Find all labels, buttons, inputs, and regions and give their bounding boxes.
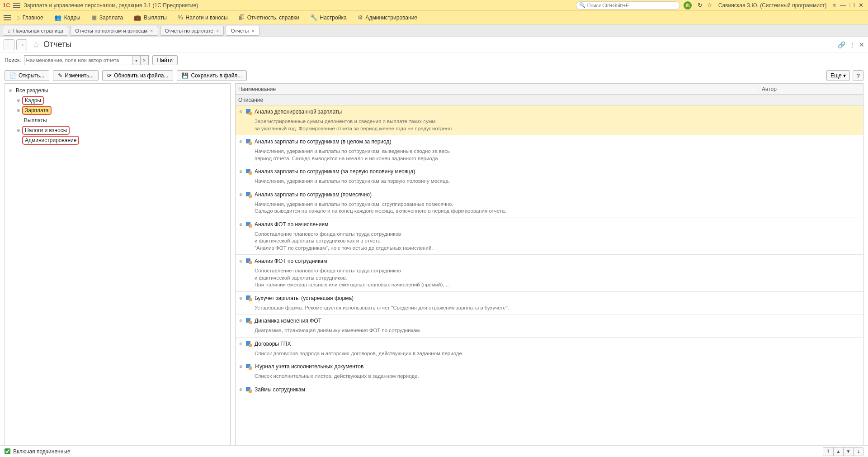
report-icon: [245, 363, 252, 370]
report-row[interactable]: ⊕Анализ ФОТ по сотрудникамСопоставление …: [236, 255, 863, 292]
more-button[interactable]: Еще ▾: [826, 70, 850, 81]
search-clear-button[interactable]: ×: [141, 55, 149, 65]
tab-close-icon[interactable]: ×: [216, 28, 219, 33]
refresh-button[interactable]: ⟳Обновить из файла...: [102, 70, 173, 81]
tree-node-3[interactable]: ⊕Налоги и взносы: [16, 125, 227, 135]
tab-1[interactable]: Отчеты по зарплате×: [160, 26, 224, 36]
expand-icon[interactable]: ⊕: [238, 259, 244, 263]
close-button[interactable]: ✕: [859, 2, 863, 9]
help-button[interactable]: ?: [853, 70, 863, 81]
expand-icon[interactable]: ⊕: [238, 222, 244, 227]
history-icon[interactable]: ↻: [698, 2, 703, 9]
menu-item-3[interactable]: 💼Выплаты: [134, 14, 167, 21]
open-label: Открыть...: [19, 72, 44, 79]
search-dropdown-button[interactable]: ▾: [132, 55, 141, 65]
expand-icon[interactable]: ⊕: [238, 192, 244, 197]
report-row[interactable]: ⊕Анализ зарплаты по сотрудникам (помесяч…: [236, 188, 863, 218]
sections-toggle-icon[interactable]: [4, 15, 11, 20]
tab-close-icon[interactable]: ×: [251, 28, 254, 33]
menu-icon: %: [178, 14, 183, 21]
global-search-input[interactable]: [587, 3, 677, 8]
panel-settings-icon[interactable]: ≡: [832, 2, 836, 9]
expand-icon[interactable]: ⊕: [238, 364, 244, 369]
expand-icon[interactable]: ⊕: [238, 139, 244, 144]
report-row[interactable]: ⊕Анализ зарплаты по сотрудникам (в целом…: [236, 135, 863, 165]
nav-down-button[interactable]: ▼: [843, 447, 853, 456]
report-search-input[interactable]: [24, 55, 132, 65]
maximize-button[interactable]: ❐: [849, 2, 855, 9]
report-row[interactable]: ⊕Анализ депонированной зарплатыЗарегистр…: [236, 105, 863, 135]
tab-home[interactable]: ⌂ Начальная страница: [3, 26, 68, 36]
find-button[interactable]: Найти: [152, 55, 178, 65]
save-button[interactable]: 💾Сохранить в файл...: [177, 70, 247, 81]
col-author[interactable]: Автор: [759, 86, 863, 92]
favorites-icon[interactable]: ☆: [707, 2, 712, 9]
tree-node-1[interactable]: ⊕Зарплата: [16, 105, 227, 115]
tab-label: Отчеты по зарплате: [165, 28, 213, 33]
report-description: Сопоставление планового фонда оплаты тру…: [255, 267, 860, 289]
menu-item-4[interactable]: %Налоги и взносы: [178, 14, 228, 21]
report-row[interactable]: ⊕Договоры ГПХСписок договоров подряда и …: [236, 338, 863, 361]
report-icon: [245, 318, 252, 324]
collapse-icon[interactable]: ⊖: [8, 88, 13, 93]
tab-2[interactable]: Отчеты×: [226, 26, 259, 36]
nav-forward-button[interactable]: →: [16, 39, 27, 50]
page-title: Отчеты: [43, 40, 834, 49]
home-icon: ⌂: [8, 28, 11, 33]
report-row[interactable]: ⊕Анализ ФОТ по начислениямСопоставление …: [236, 218, 863, 255]
expand-icon[interactable]: ⊕: [238, 296, 244, 300]
menu-item-1[interactable]: 👥Кадры: [54, 14, 80, 21]
col-name[interactable]: Наименование: [236, 86, 759, 92]
close-page-icon[interactable]: ✕: [859, 41, 864, 48]
include-subordinate-checkbox[interactable]: [5, 448, 10, 454]
report-row[interactable]: ⊕Бухучет зарплаты (устаревшая форма)Уста…: [236, 292, 863, 315]
minimize-button[interactable]: —: [840, 2, 846, 9]
nav-back-button[interactable]: ←: [4, 39, 14, 50]
report-row[interactable]: ⊕Займы сотрудникам: [236, 383, 863, 397]
edit-button[interactable]: ✎Изменить...: [53, 70, 99, 81]
tree-node-label: Зарплата: [22, 106, 52, 115]
menu-item-6[interactable]: 🔧Настройка: [310, 14, 347, 21]
nav-last-button[interactable]: ⤓: [853, 447, 863, 456]
main-menu-toggle-icon[interactable]: [13, 3, 20, 8]
tree-node-0[interactable]: ⊕Кадры: [16, 95, 227, 105]
menu-item-0[interactable]: ⌂Главное: [16, 14, 43, 21]
menu-label: Главное: [23, 14, 43, 21]
report-row[interactable]: ⊕Журнал учета исполнительных документовС…: [236, 360, 863, 383]
expand-icon[interactable]: ⊕: [238, 109, 244, 114]
notifications-button[interactable]: 🔔: [684, 1, 692, 10]
current-user[interactable]: Савинская З.Ю. (Системный программист): [718, 2, 827, 9]
include-subordinate-label: Включая подчиненные: [13, 448, 71, 455]
expand-icon[interactable]: ⊕: [16, 128, 21, 133]
report-title: Анализ зарплаты по сотрудникам (в целом …: [255, 138, 391, 145]
menu-item-2[interactable]: ▦Зарплата: [91, 14, 123, 21]
tab-0[interactable]: Отчеты по налогам и взносам×: [70, 26, 158, 36]
menu-item-5[interactable]: 🗐Отчетность, справки: [239, 14, 299, 21]
favorite-star-icon[interactable]: ☆: [33, 40, 40, 50]
report-title: Анализ зарплаты по сотрудникам (за перву…: [255, 168, 415, 175]
expand-icon[interactable]: ⊕: [238, 387, 244, 392]
link-icon[interactable]: 🔗: [838, 41, 845, 48]
expand-icon[interactable]: ⊕: [238, 319, 244, 323]
nav-up-button[interactable]: ▲: [833, 447, 843, 456]
tree-root[interactable]: ⊖ Все разделы: [8, 86, 227, 95]
footer: Включая подчиненные ⤒ ▲ ▼ ⤓: [0, 445, 868, 457]
kebab-icon[interactable]: ⋮: [849, 41, 855, 48]
expand-icon[interactable]: ⊕: [238, 342, 244, 346]
expand-icon[interactable]: ⊕: [238, 169, 244, 174]
expand-icon[interactable]: ⊕: [16, 98, 21, 103]
nav-first-button[interactable]: ⤒: [823, 447, 833, 456]
report-description: Зарегистрированные суммы депонентов и св…: [255, 118, 860, 132]
tab-close-icon[interactable]: ×: [150, 28, 153, 33]
menu-item-7[interactable]: ⚙Администрирование: [358, 14, 417, 21]
report-row[interactable]: ⊕Динамика изменения ФОТДиаграмма, отража…: [236, 314, 863, 338]
tree-node-4[interactable]: Администрирование: [16, 135, 227, 145]
report-icon: [245, 341, 252, 347]
tree-node-2[interactable]: Выплаты: [16, 115, 227, 125]
open-button[interactable]: 📄Открыть...: [5, 70, 49, 81]
expand-icon[interactable]: ⊕: [16, 108, 21, 113]
menu-label: Налоги и взносы: [185, 14, 227, 21]
report-icon: [245, 386, 252, 393]
global-search[interactable]: 🔍: [576, 1, 680, 10]
report-row[interactable]: ⊕Анализ зарплаты по сотрудникам (за перв…: [236, 165, 863, 188]
